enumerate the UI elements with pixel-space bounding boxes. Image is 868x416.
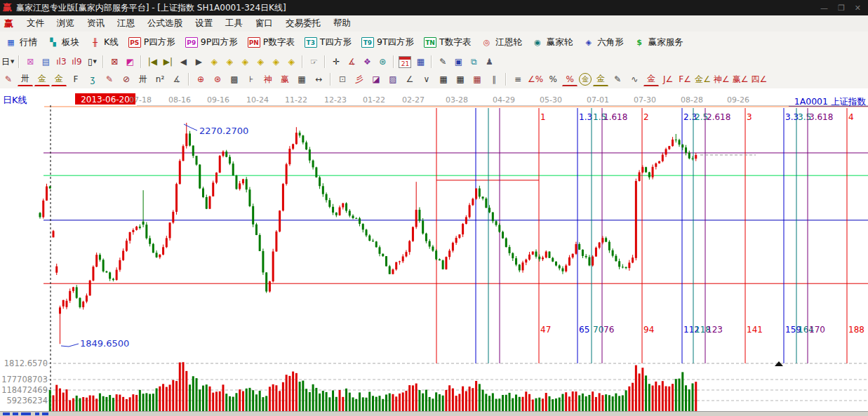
box-tool[interactable]: ⊡ <box>335 72 350 87</box>
close-button[interactable]: ✕ <box>855 4 861 13</box>
hexagon-button[interactable]: ◈六角形 <box>582 36 624 48</box>
diamond-nav-5[interactable]: ◈ <box>269 55 283 69</box>
gann-web-2-tool[interactable]: ▩ <box>227 72 242 87</box>
si-angle-tool[interactable]: 四∠ <box>750 72 768 87</box>
ying-grid-tool[interactable]: 赢 <box>277 72 293 87</box>
parallel-tool[interactable]: ∥ <box>486 72 502 87</box>
brush-tool[interactable]: ✎ <box>1 72 16 87</box>
crosshair-tool[interactable]: ✛ <box>329 55 343 69</box>
n-square-tool[interactable]: n² <box>152 72 168 87</box>
gann-web-tool[interactable]: ⊛ <box>210 72 225 87</box>
percent-line-tool[interactable]: % <box>562 72 577 86</box>
color-chart-tool[interactable]: ◩ <box>123 55 137 69</box>
chart-area[interactable]: 日K线2013-06-2007-1808-1609-1610-2411-2212… <box>0 88 868 416</box>
menu-settings[interactable]: 设置 <box>189 18 219 28</box>
chart-canvas[interactable]: 日K线2013-06-2007-1808-1609-1610-2411-2212… <box>0 88 868 416</box>
gann-wheel-button[interactable]: ◎江恩轮 <box>481 36 522 48</box>
s-curve-tool[interactable]: ʒ <box>85 72 100 87</box>
next-bar-button[interactable]: ▶ <box>192 55 206 69</box>
diamond-nav-1[interactable]: ◈ <box>207 55 221 69</box>
gold-grid-tool[interactable]: 金 <box>34 72 50 86</box>
diamond-nav-6[interactable]: ◈ <box>284 55 298 69</box>
market-quotes-button[interactable]: ▦行情 <box>5 36 37 48</box>
calculator-button[interactable]: ▦ <box>413 55 427 69</box>
percent-tool[interactable]: % <box>545 72 561 87</box>
ying-angle-tool[interactable]: 赢∠ <box>732 72 749 87</box>
diamond-nav-2[interactable]: ◈ <box>222 55 236 69</box>
menu-gann[interactable]: 江恩 <box>111 18 141 28</box>
f-grid-tool[interactable]: F <box>68 72 84 87</box>
menu-browse[interactable]: 浏览 <box>51 18 81 28</box>
notes-button[interactable]: ✎ <box>436 55 450 69</box>
web-box-tool[interactable]: ▨ <box>385 72 401 87</box>
percent-angle-tool[interactable]: ∠% <box>527 72 544 87</box>
sectors-button[interactable]: ▚板块 <box>47 36 79 48</box>
last-bar-button[interactable]: ▶| <box>161 55 175 69</box>
kline-button[interactable]: ╫K线 <box>89 36 119 48</box>
pattern-pink-tool[interactable]: ⊠ <box>23 55 37 69</box>
period-day-selector[interactable]: 日▼ <box>1 55 15 69</box>
gold-grid-2-tool[interactable]: 金 <box>51 72 67 86</box>
candlestick-series[interactable] <box>39 123 697 344</box>
grid-4-tool[interactable]: ▦ <box>453 72 468 87</box>
gann-circle-tool[interactable]: ⊕ <box>193 72 208 87</box>
j-angle-tool[interactable]: J∠ <box>660 72 676 87</box>
first-bar-button[interactable]: |◀ <box>145 55 159 69</box>
service-agent-button[interactable]: ♟ <box>482 55 496 69</box>
menu-help[interactable]: 帮助 <box>327 18 357 28</box>
p9-square-button[interactable]: P99P四方形 <box>185 36 238 48</box>
diamond-nav-4[interactable]: ◈ <box>253 55 267 69</box>
wave-9-tool[interactable]: ıl9 <box>69 55 84 69</box>
t9-square-button[interactable]: T99T四方形 <box>361 36 414 48</box>
pattern-red-tool[interactable]: ⊠ <box>107 55 121 69</box>
t-number-table-button[interactable]: TNT数字表 <box>424 36 471 48</box>
winner-wheel-button[interactable]: ◉赢家轮 <box>532 36 573 48</box>
menu-news[interactable]: 资讯 <box>81 18 111 28</box>
minimize-button[interactable]: — <box>820 4 828 13</box>
grid-red-tool[interactable]: ▦ <box>469 72 485 87</box>
menu-trade[interactable]: 交易委托 <box>279 18 327 28</box>
menu-tools[interactable]: 工具 <box>219 18 249 28</box>
t-square-button[interactable]: T3T四方形 <box>305 36 352 48</box>
shen-grid-tool[interactable]: 神 <box>260 72 276 87</box>
span-tool[interactable]: ↔ <box>311 72 326 87</box>
diamond-nav-3[interactable]: ◈ <box>238 55 252 69</box>
capture-button[interactable]: ⧉ <box>467 55 481 69</box>
fan-tool[interactable]: 彡 <box>352 72 367 87</box>
menu-window[interactable]: 窗口 <box>249 18 279 28</box>
knot-purple-tool[interactable]: ❖ <box>360 55 374 69</box>
volume-series[interactable] <box>49 362 697 411</box>
bars-tool[interactable]: ≡ <box>510 72 526 87</box>
fold-angle-tool[interactable]: ∡ <box>169 72 185 87</box>
grid-3-tool[interactable]: ▦ <box>436 72 451 87</box>
brush-2-tool[interactable]: ✎ <box>102 72 117 87</box>
gold-angle-tool[interactable]: 金∠ <box>694 72 712 87</box>
grid-tool[interactable]: 卅 <box>18 72 33 86</box>
p-square-button[interactable]: PSP四方形 <box>128 36 175 48</box>
menu-formula-stock-pick[interactable]: 公式选股 <box>141 18 189 28</box>
restore-button[interactable]: ❐ <box>838 4 845 13</box>
retrace-tool[interactable]: ⊦ <box>243 72 259 87</box>
winner-service-button[interactable]: $赢家服务 <box>634 36 683 48</box>
save-button[interactable]: ▣ <box>451 55 465 69</box>
grid-123-tool[interactable]: ▦ <box>294 72 309 87</box>
gold-underline-tool[interactable]: 金 <box>643 72 659 86</box>
f-angle-tool[interactable]: F∠ <box>677 72 693 87</box>
info-panel-tool[interactable]: ▤ <box>39 55 53 69</box>
swirl-teal-tool[interactable]: ⊛ <box>375 55 389 69</box>
menu-file[interactable]: 文件 <box>20 18 51 28</box>
fan-box-tool[interactable]: ◪ <box>368 72 384 87</box>
p-number-table-button[interactable]: PNP数字表 <box>248 36 295 48</box>
shen-angle-tool[interactable]: 神∠ <box>713 72 730 87</box>
symbol-label[interactable]: 1A0001 上证指数 <box>794 96 867 107</box>
check-line-tool[interactable]: ∨ <box>419 72 434 87</box>
gold-circle-tool[interactable]: 金 <box>579 73 592 86</box>
angle-line-tool[interactable]: ∠ <box>402 72 418 87</box>
wave-3-tool[interactable]: ıl3 <box>54 55 68 69</box>
wave-tool[interactable]: ∿ <box>627 72 642 87</box>
circle-cut-tool[interactable]: ⊘ <box>119 72 134 87</box>
prev-bar-button[interactable]: ◀ <box>176 55 190 69</box>
calendar-button[interactable]: 21 <box>398 55 412 69</box>
gold-line-tool[interactable]: 金 <box>593 72 608 86</box>
drag-hand-tool[interactable]: ☞ <box>307 55 321 69</box>
